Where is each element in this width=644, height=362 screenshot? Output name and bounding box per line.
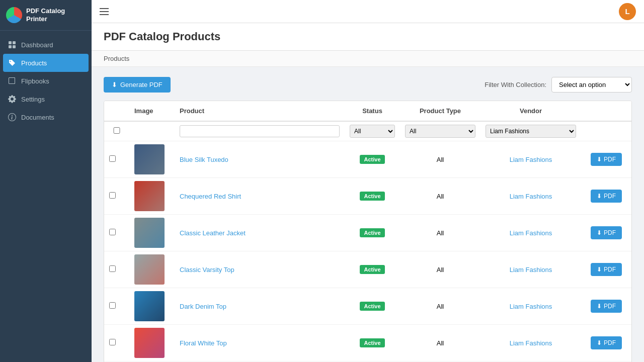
app-logo-icon — [6, 7, 22, 23]
breadcrumb: Products — [92, 51, 644, 67]
col-action-header — [581, 101, 631, 121]
sidebar-item-documents[interactable]: Documents — [0, 108, 92, 126]
row-checkbox[interactable] — [109, 265, 116, 272]
product-filter-input[interactable] — [180, 125, 340, 137]
svg-rect-1 — [13, 41, 16, 44]
status-badge: Active — [360, 338, 384, 347]
status-badge: Active — [360, 228, 384, 237]
filter-area: Filter With Collection: Select an option… — [485, 77, 632, 93]
sidebar-item-label: Dashboard — [21, 41, 53, 49]
svg-rect-0 — [9, 41, 12, 44]
filter-label: Filter With Collection: — [485, 81, 546, 88]
product-type-cell: All — [400, 178, 480, 215]
main-content: L PDF Catalog Products Products ⬇ Genera… — [92, 0, 644, 362]
select-all-checkbox[interactable] — [109, 127, 124, 134]
table-row: Dark Denim TopActiveAllLiam Fashions⬇ PD… — [104, 288, 631, 325]
table-filter-row: All Active Inactive All — [104, 121, 631, 141]
status-badge: Active — [360, 265, 384, 274]
product-link[interactable]: Blue Silk Tuxedo — [180, 156, 228, 163]
col-product-header: Product — [175, 101, 345, 121]
status-badge: Active — [360, 155, 384, 164]
status-badge: Active — [360, 192, 384, 201]
pdf-button[interactable]: ⬇ PDF — [591, 190, 622, 203]
col-image-header: Image — [129, 101, 175, 121]
download-icon: ⬇ — [597, 339, 602, 346]
status-badge: Active — [360, 302, 384, 311]
collection-filter-select[interactable]: Select an option Liam Fashions All Produ… — [551, 77, 632, 93]
tag-icon — [8, 59, 16, 67]
generate-pdf-button[interactable]: ⬇ Generate PDF — [104, 77, 171, 93]
row-checkbox[interactable] — [109, 155, 116, 162]
vendor-link[interactable]: Liam Fashions — [510, 229, 552, 237]
sidebar-item-flipbooks[interactable]: Flipbooks — [0, 72, 92, 90]
page-title: PDF Catalog Products — [104, 30, 632, 43]
product-thumbnail — [134, 254, 165, 285]
table-row: Floral White TopActiveAllLiam Fashions⬇ … — [104, 325, 631, 361]
row-checkbox[interactable] — [109, 339, 116, 345]
row-checkbox[interactable] — [109, 229, 116, 235]
topbar: L — [92, 0, 644, 23]
col-product-type-header: Product Type — [400, 101, 480, 121]
sidebar-logo: PDF Catalog Printer — [0, 0, 92, 31]
toolbar: ⬇ Generate PDF Filter With Collection: S… — [104, 77, 632, 93]
product-type-cell: All — [400, 215, 480, 251]
page-header: PDF Catalog Products — [92, 23, 644, 51]
sidebar-item-dashboard[interactable]: Dashboard — [0, 36, 92, 54]
table-row: Classic Leather JacketActiveAllLiam Fash… — [104, 215, 631, 251]
status-filter-select[interactable]: All Active Inactive — [350, 125, 395, 138]
vendor-link[interactable]: Liam Fashions — [510, 303, 552, 310]
product-thumbnail — [134, 328, 165, 358]
product-type-cell: All — [400, 251, 480, 288]
vendor-link[interactable]: Liam Fashions — [510, 339, 552, 347]
vendor-filter-select[interactable]: Liam Fashions — [486, 125, 576, 138]
pdf-button[interactable]: ⬇ PDF — [591, 300, 622, 313]
products-table: Image Product Status Product Type Vendor — [104, 101, 631, 362]
product-link[interactable]: Classic Varsity Top — [180, 266, 234, 274]
product-type-filter-select[interactable]: All — [405, 125, 475, 138]
product-link[interactable]: Dark Denim Top — [180, 303, 226, 310]
gear-icon — [8, 95, 16, 103]
user-avatar: L — [619, 3, 636, 20]
sidebar-item-products[interactable]: Products — [3, 54, 89, 72]
vendor-link[interactable]: Liam Fashions — [510, 156, 552, 163]
product-thumbnail — [134, 181, 165, 211]
sidebar-item-label: Settings — [21, 96, 45, 103]
vendor-link[interactable]: Liam Fashions — [510, 266, 552, 274]
app-name: PDF Catalog Printer — [26, 7, 86, 23]
product-link[interactable]: Floral White Top — [180, 339, 227, 347]
sidebar-item-label: Documents — [21, 114, 54, 121]
vendor-link[interactable]: Liam Fashions — [510, 193, 552, 200]
sidebar: PDF Catalog Printer Dashboard Products F… — [0, 0, 92, 362]
pdf-button[interactable]: ⬇ PDF — [591, 336, 622, 349]
product-type-cell: All — [400, 325, 480, 361]
product-thumbnail — [134, 144, 165, 174]
products-table-wrap: Image Product Status Product Type Vendor — [104, 101, 632, 362]
info-icon — [8, 113, 16, 121]
book-icon — [8, 77, 16, 85]
sidebar-item-label: Flipbooks — [21, 77, 49, 85]
product-thumbnail — [134, 291, 165, 321]
hamburger-button[interactable] — [100, 8, 109, 15]
sidebar-item-settings[interactable]: Settings — [0, 90, 92, 108]
col-status-header: Status — [345, 101, 400, 121]
svg-rect-2 — [9, 45, 12, 48]
download-icon: ⬇ — [597, 303, 602, 310]
row-checkbox[interactable] — [109, 302, 116, 309]
pdf-button[interactable]: ⬇ PDF — [591, 153, 622, 166]
product-link[interactable]: Classic Leather Jacket — [180, 229, 246, 237]
product-link[interactable]: Chequered Red Shirt — [180, 193, 241, 200]
svg-rect-3 — [13, 45, 16, 48]
col-checkbox-header — [104, 101, 129, 121]
col-vendor-header: Vendor — [480, 101, 581, 121]
row-checkbox[interactable] — [109, 192, 116, 199]
table-header-row: Image Product Status Product Type Vendor — [104, 101, 631, 121]
table-row: Blue Silk TuxedoActiveAllLiam Fashions⬇ … — [104, 141, 631, 178]
product-thumbnail — [134, 218, 165, 248]
table-row: Chequered Red ShirtActiveAllLiam Fashion… — [104, 178, 631, 215]
download-icon: ⬇ — [597, 229, 602, 236]
pdf-button[interactable]: ⬇ PDF — [591, 226, 622, 239]
pdf-button[interactable]: ⬇ PDF — [591, 263, 622, 276]
sidebar-nav: Dashboard Products Flipbooks Settings Do… — [0, 31, 92, 131]
download-icon: ⬇ — [597, 156, 602, 163]
grid-icon — [8, 41, 16, 49]
